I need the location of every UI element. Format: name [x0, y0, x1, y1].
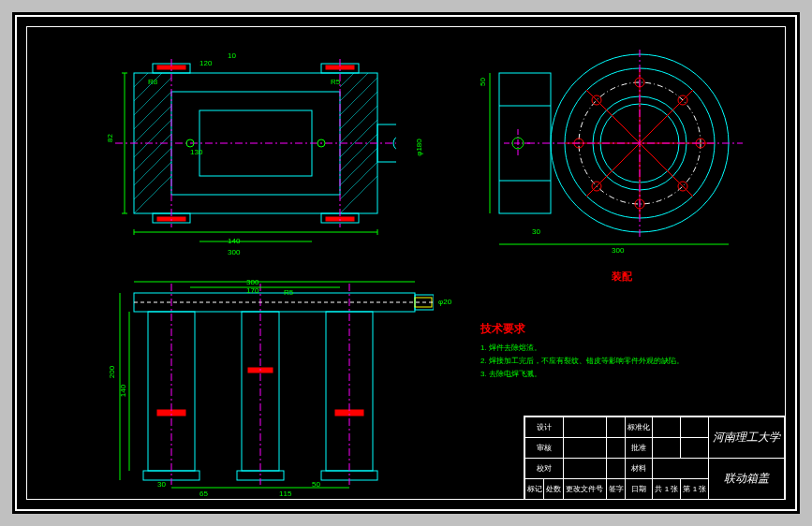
tb-university: 河南理工大学 — [709, 417, 785, 459]
tb-sheet: 共 1 张 — [653, 479, 681, 500]
svg-line-13 — [134, 106, 171, 143]
svg-line-21 — [340, 78, 377, 115]
tb-mat — [653, 459, 709, 479]
drawing-canvas[interactable]: 82 130 140 300 R8 R5 φ180 120 10 50 300 … — [12, 12, 800, 514]
tb-marker: 标记 — [525, 479, 544, 500]
svg-line-25 — [340, 134, 377, 171]
tech-req-title: 技术要求 — [480, 321, 743, 337]
svg-line-26 — [340, 148, 377, 185]
dim-bl-6: 30 — [157, 480, 166, 489]
dim-bl-7: 50 — [312, 480, 320, 489]
tb-drawn-label: 设计 — [525, 417, 564, 438]
svg-line-28 — [340, 176, 377, 213]
tb-date-label: 日期 — [626, 479, 653, 500]
dim-tl-6: R5 — [331, 78, 340, 86]
tb-qty: 处数 — [544, 479, 563, 500]
tb-std-name — [653, 417, 681, 438]
dim-bl-10: φ20 — [438, 298, 451, 306]
tb-drawn-name — [563, 417, 606, 438]
tb-date2 — [681, 417, 709, 438]
tb-checked-label: 审核 — [525, 438, 564, 459]
tb-review-label: 校对 — [525, 459, 564, 479]
view-top-right — [471, 40, 752, 256]
tech-req-line1: 1. 焊件去除熔渣。 — [480, 343, 743, 353]
tb-appr-name — [653, 438, 681, 459]
svg-line-63 — [586, 143, 640, 197]
dim-tl-7: φ180 — [415, 139, 423, 156]
tb-date1 — [607, 417, 626, 438]
dim-tr-3: 30 — [532, 227, 540, 236]
svg-line-22 — [340, 92, 377, 129]
tb-date5 — [607, 459, 626, 479]
dim-tl-9: 10 — [228, 51, 236, 60]
tb-checked-name — [563, 438, 606, 459]
svg-line-17 — [134, 162, 171, 199]
tb-sign: 签字 — [607, 479, 626, 500]
assembly-label: 装配 — [612, 270, 632, 284]
svg-line-15 — [134, 134, 171, 171]
dim-bl-8: R5 — [284, 288, 293, 297]
svg-line-16 — [134, 148, 171, 185]
tb-part-name: 联动箱盖 — [709, 459, 785, 500]
dim-tr-1: 50 — [479, 78, 487, 86]
svg-line-19 — [340, 73, 354, 87]
title-block: 设计 标准化 河南理工大学 审核 批准 校对 材料 联动箱盖 标记 处数 更改文… — [524, 416, 786, 500]
view-bottom-left — [78, 274, 434, 494]
tb-approved-label: 批准 — [626, 438, 653, 459]
view-top-left — [78, 45, 396, 251]
svg-line-61 — [640, 143, 693, 197]
tech-requirements: 技术要求 1. 焊件去除熔渣。 2. 焊接加工完后，不应有裂纹、错皮等影响零件外… — [480, 321, 743, 379]
dim-bl-2: 170 — [246, 286, 258, 295]
dim-bl-1: 300 — [246, 278, 258, 286]
svg-line-20 — [340, 73, 368, 101]
dim-bl-4: 140 — [119, 385, 127, 397]
svg-line-14 — [134, 120, 171, 157]
tb-mat-label: 材料 — [626, 459, 653, 479]
dim-tl-1: 82 — [106, 134, 114, 142]
tb-std-label: 标准化 — [626, 417, 653, 438]
svg-line-18 — [134, 176, 171, 213]
svg-line-27 — [340, 162, 377, 199]
dim-tl-2: 130 — [190, 148, 202, 156]
svg-line-59 — [640, 90, 693, 143]
tb-sheet2: 第 1 张 — [681, 479, 709, 500]
app-frame: 82 130 140 300 R8 R5 φ180 120 10 50 300 … — [5, 5, 807, 521]
tb-date3 — [607, 438, 626, 459]
svg-line-24 — [340, 120, 377, 157]
tb-change: 更改文件号 — [563, 479, 606, 500]
svg-line-12 — [134, 92, 171, 129]
svg-line-9 — [134, 73, 148, 87]
svg-line-23 — [340, 106, 377, 143]
tb-rev-name — [563, 459, 606, 479]
svg-line-65 — [586, 90, 640, 143]
dim-tl-4: 300 — [228, 248, 240, 256]
dim-bl-3: 200 — [108, 366, 116, 378]
tech-req-line3: 3. 去除电焊飞溅。 — [480, 369, 743, 379]
dim-tl-5: R8 — [148, 78, 157, 86]
dim-bl-5: 65 — [199, 489, 208, 498]
dim-tl-3: 140 — [228, 237, 240, 245]
dim-tl-8: 120 — [199, 59, 212, 67]
dim-tr-2: 300 — [612, 246, 624, 255]
dim-bl-9: 115 — [279, 489, 291, 498]
tb-date4 — [681, 438, 709, 459]
tech-req-line2: 2. 焊接加工完后，不应有裂纹、错皮等影响零件外观的缺陷。 — [480, 356, 743, 366]
